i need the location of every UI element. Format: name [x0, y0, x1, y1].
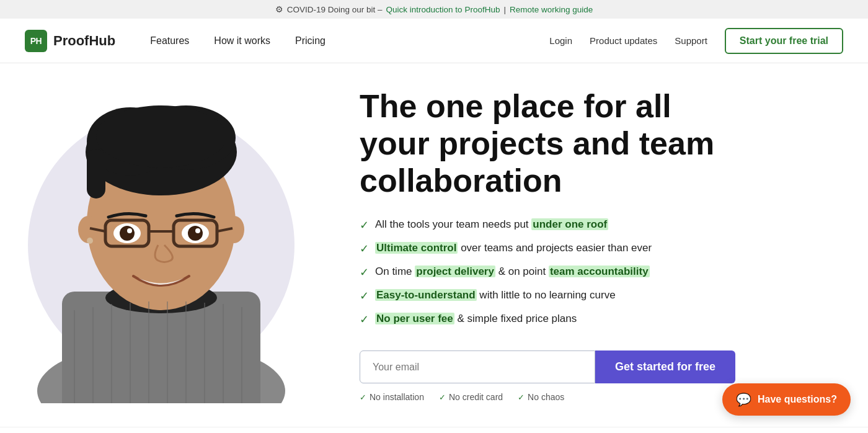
highlight-fee: No per user fee — [375, 313, 454, 324]
navbar: PH ProofHub Features How it works Pricin… — [0, 19, 868, 63]
highlight-control: Ultimate control — [375, 242, 458, 254]
no-check-2: ✓ — [439, 393, 446, 402]
email-input[interactable] — [360, 350, 595, 383]
chat-label: Have questions? — [758, 394, 837, 405]
highlight-easy: Easy-to-understand — [375, 289, 477, 301]
person-illustration — [25, 87, 298, 403]
nav-right: Login Product updates Support Start your… — [549, 28, 843, 54]
no-credit-card: ✓ No credit card — [439, 392, 503, 402]
nav-links: Features How it works Pricing — [140, 30, 549, 51]
svg-point-22 — [195, 228, 200, 233]
svg-point-19 — [120, 226, 135, 241]
check-icon-3: ✓ — [360, 264, 369, 281]
hero-headline: The one place for all your projects and … — [360, 88, 744, 199]
nav-support[interactable]: Support — [675, 35, 707, 46]
top-banner: ⚙ COVID-19 Doing our bit – Quick introdu… — [0, 0, 868, 19]
checklist-text-2: Ultimate control over teams and projects… — [375, 240, 652, 256]
svg-rect-11 — [87, 149, 105, 199]
no-check-3: ✓ — [518, 393, 525, 402]
banner-separator: | — [503, 5, 506, 14]
hero-image-area — [0, 84, 322, 406]
no-chaos-label: No chaos — [528, 392, 564, 402]
no-installation-label: No installation — [370, 392, 424, 402]
no-chaos: ✓ No chaos — [518, 392, 564, 402]
hero-content: The one place for all your projects and … — [322, 63, 794, 427]
highlight-roof: under one roof — [531, 218, 608, 230]
banner-link-intro[interactable]: Quick introduction to ProofHub — [386, 5, 500, 14]
nav-features[interactable]: Features — [140, 30, 199, 51]
checklist-text-5: No per user fee & simple fixed price pla… — [375, 311, 577, 327]
checklist-text-1: All the tools your team needs put under … — [375, 216, 608, 233]
svg-point-10 — [96, 105, 226, 167]
loved-bar: L♥ved by 85,000+ teams and businesses wo… — [0, 427, 868, 433]
checklist-item-2: ✓ Ultimate control over teams and projec… — [360, 240, 744, 257]
start-trial-button[interactable]: Start your free trial — [725, 28, 843, 54]
no-credit-card-label: No credit card — [449, 392, 503, 402]
logo-text: ProofHub — [53, 33, 115, 49]
check-icon-2: ✓ — [360, 241, 369, 257]
hero-section: The one place for all your projects and … — [0, 63, 868, 427]
checklist-item-3: ✓ On time project delivery & on point te… — [360, 264, 744, 281]
banner-text: COVID-19 Doing our bit – — [287, 5, 383, 14]
hero-person — [25, 87, 298, 403]
nav-product-updates[interactable]: Product updates — [590, 35, 657, 46]
nav-how-it-works[interactable]: How it works — [204, 30, 280, 51]
hero-form: Get started for free — [360, 350, 744, 383]
chat-icon: 💬 — [736, 392, 751, 407]
gear-icon: ⚙ — [275, 4, 283, 14]
logo-link[interactable]: PH ProofHub — [25, 30, 115, 52]
checklist-item-4: ✓ Easy-to-understand with little to no l… — [360, 287, 744, 305]
get-started-button[interactable]: Get started for free — [595, 350, 735, 383]
checklist-item-1: ✓ All the tools your team needs put unde… — [360, 216, 744, 234]
check-icon-5: ✓ — [360, 311, 369, 328]
nav-login[interactable]: Login — [549, 35, 572, 46]
hero-checklist: ✓ All the tools your team needs put unde… — [360, 216, 744, 328]
checklist-item-5: ✓ No per user fee & simple fixed price p… — [360, 311, 744, 328]
highlight-delivery: project delivery — [415, 266, 495, 277]
svg-point-20 — [188, 226, 203, 241]
check-icon-1: ✓ — [360, 217, 369, 234]
svg-point-23 — [87, 238, 93, 244]
no-check-1: ✓ — [360, 393, 366, 402]
checklist-text-4: Easy-to-understand with little to no lea… — [375, 287, 616, 303]
checklist-text-3: On time project delivery & on point team… — [375, 264, 650, 280]
chat-bubble[interactable]: 💬 Have questions? — [722, 383, 851, 416]
no-items-row: ✓ No installation ✓ No credit card ✓ No … — [360, 392, 744, 402]
nav-pricing[interactable]: Pricing — [285, 30, 335, 51]
check-icon-4: ✓ — [360, 288, 369, 305]
no-installation: ✓ No installation — [360, 392, 424, 402]
logo-box: PH — [25, 30, 47, 52]
highlight-accountability: team accountability — [549, 266, 650, 277]
banner-link-remote[interactable]: Remote working guide — [510, 5, 593, 14]
svg-point-21 — [127, 228, 132, 233]
